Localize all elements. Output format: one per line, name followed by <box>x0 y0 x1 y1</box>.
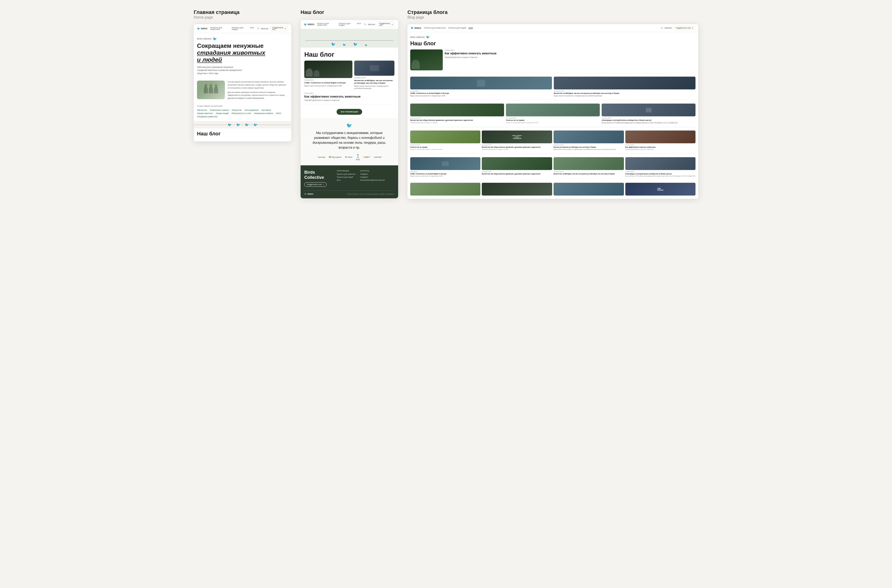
wire-bird-4: 🐦 <box>254 123 257 127</box>
right-nav-blog[interactable]: БЛОГ <box>469 27 473 29</box>
row4-art4-img <box>625 157 696 170</box>
footer-brand-name: Birds Collective <box>304 170 332 180</box>
footer-link-people[interactable]: Проекты для людей <box>337 176 356 178</box>
mid-nav-lang[interactable]: ENGLISH <box>368 24 375 26</box>
search-icon[interactable]: 🔍 <box>257 28 259 30</box>
partner-bond: BON D <box>356 154 360 161</box>
tag-cybersafety[interactable]: #безопасность в сети <box>231 112 251 114</box>
row2-art3: 13 марта 2023 г. Атмосфера, в которой ве… <box>602 104 695 124</box>
tag-gender[interactable]: #гендерное равенство <box>197 116 218 118</box>
row3-grid: 13 апреля 2023 г. Счастье не за горами С… <box>410 130 695 150</box>
tag-art[interactable]: #искусство <box>232 109 242 111</box>
tag-veganism[interactable]: #веганство <box>197 109 207 111</box>
bird-icon: 🐦 <box>197 27 200 30</box>
partner-proveg: ✓proveg <box>317 156 325 158</box>
blog-grid-row4: 6 мая 2023 г. CARE: Conference on Animal… <box>407 155 698 180</box>
right-nav-people[interactable]: ПРОЕКТЫ ДЛЯ ЛЮДЕЙ <box>448 27 466 29</box>
hero-title: Сокращаем ненужные страдания животных и … <box>197 42 288 63</box>
featured-author: Тимофей Дубровских в подкасте Vegancast <box>304 99 395 101</box>
row4-art4: 13 марта 2023 г. Атмосфера, в которой ве… <box>625 157 696 177</box>
nav-support-button[interactable]: ПОДДЕРЖАТЬ НАС ♥ <box>270 26 288 31</box>
right-title-en: Blog page <box>407 15 698 20</box>
right-eyebrow: Birds Collective 🐦 <box>410 35 695 39</box>
row2-grid: 13 апреля 2023 г. Веганство как обществе… <box>410 104 695 124</box>
site-footer: Birds Collective ПОДДЕРЖАТЬ НАС ♥ ИНФОРМ… <box>300 165 398 198</box>
right-featured-img <box>410 50 443 70</box>
wire-bird-3: 🐦 <box>245 123 249 127</box>
article-date-2: 28 апреля 2023 г. <box>354 77 395 78</box>
hero-bird-icon: 🐦 <box>213 37 217 40</box>
home-blog-section: Наш блог <box>194 128 291 141</box>
tags-title: В каких сферах мы работаем <box>197 105 288 107</box>
mid-nav-blog[interactable]: БЛОГ <box>357 23 361 26</box>
right-featured-author: Тимофей Дубровских в подкасте Vegancast <box>444 56 496 58</box>
right-featured-date: 12 мая 2023 г. <box>444 50 496 51</box>
team-figures <box>204 86 218 93</box>
tag-human-rights[interactable]: #права людей <box>216 112 229 114</box>
partners-bird-icon: 🐦 <box>304 123 395 128</box>
home-blog-title: Наш блог <box>197 131 288 137</box>
nav-link-animals[interactable]: ПРОЕКТЫ ДЛЯ ЖИВОТНЫХ <box>210 27 230 30</box>
right-eyebrow-bird: 🐦 <box>426 35 430 39</box>
footer-brand: Birds Collective ПОДДЕРЖАТЬ НАС ♥ <box>304 170 332 187</box>
team-photo-inner <box>197 81 225 99</box>
right-nav-lang[interactable]: ENGLISH <box>665 27 672 29</box>
partners-section: 🐦 Мы сотрудничаем с инициативами, которы… <box>300 118 398 165</box>
right-nav-animals[interactable]: ПРОЕКТЫ ДЛЯ ЖИВОТНЫХ <box>424 27 446 29</box>
tag-research[interactable]: #исследования <box>245 109 258 111</box>
row4-art1: 6 мая 2023 г. CARE: Conference on Animal… <box>410 157 481 177</box>
featured-date: 13 мая 2023 г. <box>304 79 352 81</box>
right-browser: 🐦 BIRDS ПРОЕКТЫ ДЛЯ ЖИВОТНЫХ ПРОЕКТЫ ДЛЯ… <box>407 24 698 199</box>
right-nav-logo: 🐦 BIRDS <box>411 27 421 30</box>
nav-link-people[interactable]: ПРОЕКТЫ ДЛЯ ЛЮДЕЙ <box>232 27 248 30</box>
footer-link-blog[interactable]: Блог <box>337 179 356 181</box>
article-card-2: 28 апреля 2023 г. Веганство за МКАДом: к… <box>354 61 395 90</box>
footer-link-animals[interactable]: Проекты для животных <box>337 173 356 175</box>
left-browser: 🐦 BIRDS ПРОЕКТЫ ДЛЯ ЖИВОТНЫХ ПРОЕКТЫ ДЛЯ… <box>194 24 291 141</box>
birds-wire: 🐦 🐦 🐦 🐦 <box>194 121 291 128</box>
right-support-btn[interactable]: ПОДДЕРЖАТЬ НАС ♥ <box>674 26 695 30</box>
all-posts-button[interactable]: ВСЕ ПУБЛИКАЦИИ <box>336 109 362 115</box>
row2-art2: 13 апреля 2023 г. Счастье не за горами С… <box>506 104 600 124</box>
tag-animal-rights[interactable]: #права животных <box>197 112 213 114</box>
nav-lang[interactable]: ENGLISH <box>261 28 268 30</box>
row3-art1: 13 апреля 2023 г. Счастье не за горами С… <box>410 130 481 150</box>
partners-tagline: Мы сотрудничаем с инициативами, которые … <box>310 130 389 150</box>
middle-nav-logo: 🐦 BIRDS <box>304 23 314 26</box>
left-page-label: Главная страница Home page <box>194 9 291 20</box>
mid-support-btn[interactable]: ПОДДЕРЖАТЬ НАС ♥ <box>377 22 395 27</box>
row5-art4-img: ONEWORLD <box>625 183 696 195</box>
footer-contacts-col: КОНТАКТЫ Instagram Instagram birdscollec… <box>360 170 385 187</box>
tag-climate2[interactable]: #изменение климата <box>254 112 273 114</box>
row3-art4: 13 марта 2023 г. Как эффективно помогать… <box>625 130 696 150</box>
mid-nav-people[interactable]: ПРОЕКТЫ ДЛЯ ЛЮДЕЙ <box>339 23 355 26</box>
nav-link-blog[interactable]: БЛОГ <box>250 27 254 30</box>
mid-search-icon[interactable]: 🔍 <box>364 24 366 26</box>
row5-art1 <box>410 183 481 196</box>
mid-nav-animals[interactable]: ПРОЕКТЫ ДЛЯ ЖИВОТНЫХ <box>317 23 336 26</box>
tags-grid: #веганство #изменение климата #искусство… <box>197 109 288 118</box>
row5-art3-img <box>554 183 624 195</box>
right-search-icon[interactable]: 🔍 <box>661 27 663 29</box>
tag-activism[interactable]: #активизм <box>261 109 271 111</box>
all-posts-section: ВСЕ ПУБЛИКАЦИИ <box>300 107 398 118</box>
right-page-label: Страница блога Blog page <box>407 9 698 20</box>
blog-wire-bird-3: 🐦 <box>353 42 358 46</box>
footer-instagram-2[interactable]: Instagram <box>360 176 385 178</box>
tag-ngo[interactable]: #НКО <box>276 112 281 114</box>
row1-art1: 13 мая 2023 г. CARE: Conference on Anima… <box>410 76 552 97</box>
footer-info-col: ИНФОРМАЦИЯ Проекты для животных Проекты … <box>337 170 356 187</box>
left-nav-right: 🔍 ENGLISH ПОДДЕРЖАТЬ НАС ♥ <box>257 26 288 31</box>
left-nav: 🐦 BIRDS ПРОЕКТЫ ДЛЯ ЖИВОТНЫХ ПРОЕКТЫ ДЛЯ… <box>194 24 291 33</box>
featured-desc: Видео нашего выступления с конференции C… <box>304 85 352 87</box>
right-featured-text: 12 мая 2023 г. Как эффективно помогать ж… <box>444 50 496 70</box>
tag-climate[interactable]: #изменение климата <box>210 109 229 111</box>
footer-instagram-1[interactable]: Instagram <box>360 173 385 175</box>
footer-support-button[interactable]: ПОДДЕРЖАТЬ НАС ♥ <box>304 182 327 187</box>
footer-email[interactable]: birdscollective@protonmail.com <box>360 179 385 181</box>
right-featured-title: Как эффективно помогать животным <box>444 52 496 56</box>
blog-grid-row1: 13 мая 2023 г. CARE: Conference on Anima… <box>407 74 698 99</box>
partner-birds: 🐦 birds <box>345 156 352 158</box>
left-title-ru: Главная страница <box>194 9 291 15</box>
partners-logos: ✓proveg 🌿 Вкус Дома 🐦 birds BON D CARE♡ … <box>304 154 395 161</box>
